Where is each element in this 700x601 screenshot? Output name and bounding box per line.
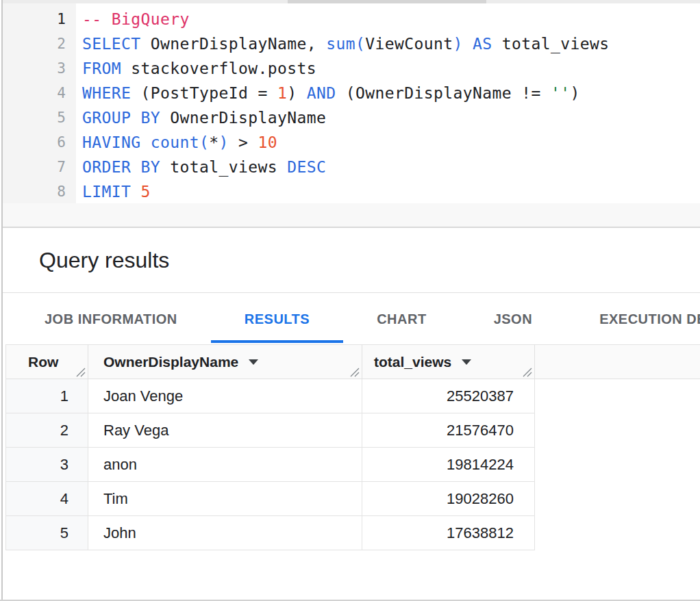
code-text: WHERE (PostTypeId = 1) AND (OwnerDisplay…	[82, 81, 580, 105]
code-text: GROUP BY OwnerDisplayName	[82, 105, 326, 130]
owner-cell: Joan Venge	[88, 379, 362, 413]
table-header-row: Row OwnerDisplayName total_views	[6, 344, 700, 379]
owner-cell: anon	[88, 448, 362, 481]
table-header-filler	[535, 345, 700, 379]
code-text: SELECT OwnerDisplayName, sum(ViewCount) …	[82, 31, 609, 56]
code-line[interactable]: 2SELECT OwnerDisplayName, sum(ViewCount)…	[3, 31, 700, 56]
code-text: HAVING count(*) > 10	[82, 130, 277, 155]
panel-left-border	[1, 0, 3, 601]
column-header-ownerdisplayname: OwnerDisplayName	[88, 345, 362, 379]
line-number: 3	[3, 56, 76, 81]
owner-cell: Ray Vega	[88, 413, 362, 447]
views-cell: 19814224	[362, 448, 535, 481]
row-number-cell: 1	[6, 379, 88, 413]
line-number: 5	[3, 105, 76, 130]
code-line[interactable]: 5GROUP BY OwnerDisplayName	[3, 105, 700, 130]
query-results-header-panel: Query results	[3, 228, 700, 293]
sort-dropdown-icon[interactable]	[462, 359, 471, 365]
scrollbar-thumb[interactable]	[288, 0, 486, 3]
code-line[interactable]: 1-- BigQuery	[3, 7, 700, 31]
table-row: 5 John 17638812	[6, 516, 535, 550]
line-number: 4	[3, 81, 76, 105]
page-title: Query results	[39, 248, 169, 273]
code-line[interactable]: 8LIMIT 5	[3, 179, 700, 204]
code-area[interactable]: 1-- BigQuery 2SELECT OwnerDisplayName, s…	[3, 3, 700, 204]
line-number: 1	[3, 7, 76, 31]
line-number: 6	[3, 130, 76, 155]
tab-results[interactable]: RESULTS	[211, 294, 343, 344]
sql-editor[interactable]: 1-- BigQuery 2SELECT OwnerDisplayName, s…	[3, 3, 700, 203]
results-tabbar: JOB INFORMATION RESULTS CHART JSON EXECU…	[3, 294, 700, 344]
views-cell: 25520387	[362, 379, 535, 413]
line-number: 2	[3, 31, 76, 56]
sort-dropdown-icon[interactable]	[249, 359, 258, 365]
column-header-label: total_views	[374, 354, 451, 370]
table-row: 4 Tim 19028260	[6, 482, 535, 516]
column-resize-handle-icon[interactable]	[523, 368, 532, 377]
views-cell: 19028260	[362, 482, 535, 515]
table-row: 2 Ray Vega 21576470	[6, 413, 535, 448]
code-line[interactable]: 6HAVING count(*) > 10	[3, 130, 700, 155]
column-header-label: OwnerDisplayName	[103, 354, 238, 370]
table-row: 1 Joan Venge 25520387	[6, 379, 535, 413]
code-line[interactable]: 4WHERE (PostTypeId = 1) AND (OwnerDispla…	[3, 81, 700, 105]
column-header-row: Row	[6, 345, 88, 379]
views-cell: 17638812	[362, 516, 535, 550]
tab-chart[interactable]: CHART	[343, 294, 460, 344]
code-text: ORDER BY total_views DESC	[82, 155, 326, 179]
line-number: 7	[3, 155, 76, 179]
tab-execution-details[interactable]: EXECUTION DETAILS	[566, 294, 700, 344]
column-resize-handle-icon[interactable]	[350, 368, 360, 377]
code-line[interactable]: 3FROM stackoverflow.posts	[3, 56, 700, 81]
column-header-total-views: total_views	[362, 345, 535, 379]
results-table: Row OwnerDisplayName total_views 1 Joan …	[5, 344, 700, 550]
owner-cell: John	[88, 516, 362, 550]
row-number-cell: 3	[6, 448, 88, 481]
code-line[interactable]: 7ORDER BY total_views DESC	[3, 155, 700, 179]
horizontal-scrollbar[interactable]	[3, 0, 700, 3]
row-number-cell: 5	[6, 516, 88, 550]
row-number-cell: 4	[6, 482, 88, 515]
bigquery-results-screen: 1-- BigQuery 2SELECT OwnerDisplayName, s…	[0, 0, 700, 601]
code-text: -- BigQuery	[82, 7, 190, 31]
column-resize-handle-icon[interactable]	[76, 368, 86, 377]
editor-bottom-spacer	[3, 203, 700, 228]
code-text: FROM stackoverflow.posts	[82, 56, 316, 81]
owner-cell: Tim	[88, 482, 362, 515]
views-cell: 21576470	[362, 413, 535, 447]
tab-job-information[interactable]: JOB INFORMATION	[11, 294, 211, 344]
table-row: 3 anon 19814224	[6, 448, 535, 482]
column-header-label: Row	[28, 354, 58, 370]
row-number-cell: 2	[6, 413, 88, 447]
code-text: LIMIT 5	[82, 179, 151, 204]
tab-json[interactable]: JSON	[460, 294, 566, 344]
line-number: 8	[3, 179, 76, 204]
